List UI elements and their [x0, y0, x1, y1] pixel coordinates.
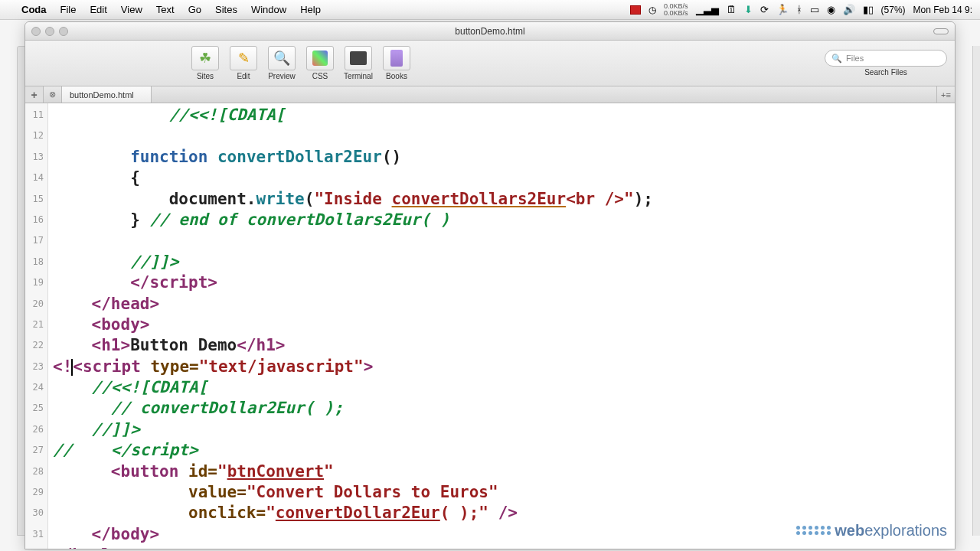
calendar-icon[interactable]: 🗓: [727, 4, 737, 15]
menu-sites[interactable]: Sites: [215, 4, 237, 15]
line-number: 29: [25, 482, 47, 503]
code-line[interactable]: // </script>: [48, 440, 955, 461]
toolbar-toggle-button[interactable]: [933, 28, 949, 34]
window-titlebar[interactable]: buttonDemo.html: [25, 22, 955, 41]
book-icon: [390, 50, 403, 67]
wifi-icon[interactable]: ◉: [827, 4, 835, 15]
coda-window: buttonDemo.html ☘ Sites ✎ Edit 🔍 Preview…: [24, 21, 956, 549]
menu-file[interactable]: File: [60, 4, 77, 15]
preview-button[interactable]: 🔍 Preview: [263, 46, 301, 80]
code-line[interactable]: </script>: [48, 272, 955, 293]
code-line[interactable]: } // end of convertDollars2Eur( ): [48, 210, 955, 230]
line-number: 16: [25, 210, 47, 230]
line-number: 30: [25, 503, 47, 523]
close-tab-button[interactable]: ⊗: [44, 86, 62, 103]
line-number: 12: [25, 126, 47, 146]
terminal-button[interactable]: Terminal: [339, 46, 377, 80]
battery-percent: (57%): [881, 5, 906, 15]
line-number: 31: [25, 524, 47, 545]
menu-help[interactable]: Help: [300, 4, 321, 15]
menu-edit[interactable]: Edit: [90, 4, 106, 15]
volume-icon[interactable]: 🔊: [843, 4, 855, 15]
books-button[interactable]: Books: [377, 46, 416, 80]
line-number: 23: [25, 357, 47, 377]
clock-icon[interactable]: ◷: [648, 5, 656, 15]
menu-text[interactable]: Text: [156, 4, 175, 15]
line-number: 32: [25, 545, 47, 549]
code-line[interactable]: value="Convert Dollars to Euros": [48, 482, 955, 503]
code-line[interactable]: {: [48, 168, 955, 188]
background-window-right: [972, 46, 980, 536]
line-number: 19: [25, 272, 47, 293]
code-line[interactable]: document.write("Inside convertDollars2Eu…: [48, 189, 955, 210]
runner-icon[interactable]: 🏃: [776, 4, 789, 15]
search-label: Search Files: [864, 68, 907, 77]
line-number: 25: [25, 398, 47, 419]
window-title: buttonDemo.html: [25, 26, 955, 37]
line-number: 11: [25, 105, 47, 126]
sites-button[interactable]: ☘ Sites: [186, 46, 224, 80]
toolbar: ☘ Sites ✎ Edit 🔍 Preview CSS Terminal: [25, 41, 955, 86]
search-input[interactable]: 🔍 Files: [825, 50, 947, 67]
line-number: 14: [25, 168, 47, 188]
tab-bar: + ⊗ buttonDemo.html +≡: [25, 86, 955, 103]
line-number: 26: [25, 419, 47, 440]
line-number: 17: [25, 230, 47, 251]
palette-icon: [312, 51, 328, 66]
code-line[interactable]: <h1>Button Demo</h1>: [48, 335, 955, 356]
leaf-icon: ☘: [199, 50, 211, 67]
app-name[interactable]: Coda: [21, 4, 47, 15]
magnifier-icon: 🔍: [273, 50, 290, 67]
line-gutter: 1112131415161718192021222324252627282930…: [25, 103, 48, 549]
line-number: 20: [25, 294, 47, 315]
line-number: 13: [25, 147, 47, 168]
clock-text[interactable]: Mon Feb 14 9:: [913, 5, 972, 15]
code-line[interactable]: // convertDollar2Eur( );: [48, 398, 955, 419]
flag-icon[interactable]: [630, 5, 641, 15]
line-number: 21: [25, 315, 47, 335]
edit-button[interactable]: ✎ Edit: [224, 46, 263, 80]
line-number: 22: [25, 335, 47, 356]
code-area[interactable]: //<<![CDATA[ function convertDollar2Eur(…: [48, 103, 955, 549]
menubar-status: ◷ 0.0KB/s 0.0KB/s ▁▃▅ 🗓 ⬇ ⟳ 🏃 ᚼ ▭ ◉ 🔊 ▮▯…: [630, 3, 972, 17]
tab-options-button[interactable]: +≡: [936, 86, 955, 103]
code-line[interactable]: <body>: [48, 315, 955, 335]
line-number: 24: [25, 377, 47, 398]
code-line[interactable]: </html>: [48, 545, 955, 549]
code-editor[interactable]: 1112131415161718192021222324252627282930…: [25, 103, 955, 549]
mac-menubar: Coda File Edit View Text Go Sites Window…: [0, 0, 980, 20]
new-tab-button[interactable]: +: [25, 86, 44, 103]
chart-icon[interactable]: ▁▃▅: [696, 4, 719, 15]
pencil-icon: ✎: [238, 50, 250, 67]
code-line[interactable]: <button id="btnConvert": [48, 461, 955, 482]
menu-go[interactable]: Go: [188, 4, 201, 15]
code-line[interactable]: //]]>: [48, 419, 955, 440]
bluetooth-icon[interactable]: ᚼ: [796, 4, 802, 15]
css-button[interactable]: CSS: [301, 46, 339, 80]
line-number: 28: [25, 461, 47, 482]
network-stats: 0.0KB/s 0.0KB/s: [664, 3, 688, 17]
line-number: 18: [25, 252, 47, 272]
watermark: webexplorations: [796, 520, 947, 541]
battery-icon[interactable]: ▮▯: [863, 4, 874, 15]
sync-down-icon[interactable]: ⬇: [744, 4, 753, 15]
terminal-icon: [350, 51, 367, 65]
line-number: 15: [25, 189, 47, 210]
watermark-text: explorations: [864, 522, 947, 539]
code-line[interactable]: function convertDollar2Eur(): [48, 147, 955, 168]
file-tab[interactable]: buttonDemo.html: [62, 86, 152, 103]
search-icon: 🔍: [831, 54, 842, 64]
code-line[interactable]: <!<script type="text/javascript">: [48, 357, 955, 377]
menu-window[interactable]: Window: [251, 4, 286, 15]
code-line[interactable]: //]]>: [48, 252, 955, 272]
code-line[interactable]: </head>: [48, 294, 955, 315]
code-line[interactable]: //<<![CDATA[: [48, 377, 955, 398]
code-line[interactable]: [48, 126, 955, 146]
code-line[interactable]: //<<![CDATA[: [48, 105, 955, 126]
line-number: 27: [25, 440, 47, 461]
display-icon[interactable]: ▭: [810, 4, 819, 15]
menu-view[interactable]: View: [121, 4, 142, 15]
sync-icon[interactable]: ⟳: [760, 4, 769, 15]
code-line[interactable]: [48, 230, 955, 251]
